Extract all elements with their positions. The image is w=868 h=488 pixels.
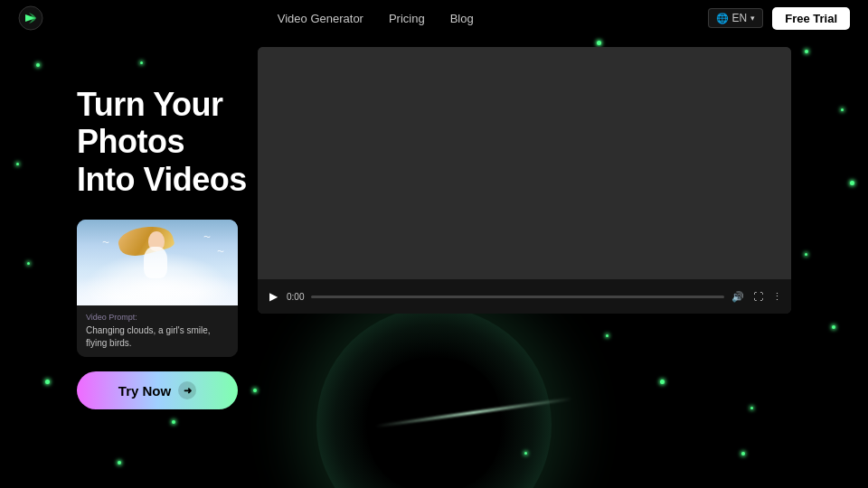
particle-dot [750,407,753,409]
glow-ring [316,307,552,488]
particle-dot [597,41,601,45]
fullscreen-icon[interactable]: ⛶ [753,291,763,302]
particle-dot [45,380,50,384]
headline-line3: Into Videos [77,161,247,198]
nav-video-generator[interactable]: Video Generator [278,12,363,25]
play-button[interactable]: ▶ [267,290,279,303]
left-panel: Turn Your Photos Into Videos 〜 〜 〜 Video… [77,86,258,409]
time-display: 0:00 [287,292,304,302]
lang-label: EN [732,12,748,24]
logo-icon [18,5,43,31]
particle-dot [16,163,19,165]
prompt-label: Video Prompt: [86,313,229,322]
particle-dot [832,325,835,329]
language-selector[interactable]: 🌐 EN ▾ [708,8,764,28]
video-content-area[interactable] [258,47,791,279]
try-now-label: Try Now [118,383,171,399]
video-player: ▶ 0:00 🔊 ⛶ ⋮ [258,47,791,314]
bird-2: 〜 [203,232,211,242]
particle-dot [606,334,609,337]
particle-dot [36,63,40,67]
free-trial-button[interactable]: Free Trial [772,7,850,30]
header: Video Generator Pricing Blog 🌐 EN ▾ Free… [0,0,868,36]
particle-dot [805,50,808,53]
controls-right: 🔊 ⛶ ⋮ [731,291,782,303]
nav-pricing[interactable]: Pricing [389,12,425,25]
particle-dot [841,108,844,111]
try-now-arrow-icon: ➜ [178,381,196,399]
progress-bar[interactable] [311,296,724,298]
logo [18,5,43,31]
try-now-button[interactable]: Try Now ➜ [77,371,238,409]
girl-figure [135,227,180,290]
particle-dot [27,262,30,265]
bird-1: 〜 [102,238,109,248]
nav: Video Generator Pricing Blog [278,12,474,25]
flag-icon: 🌐 [716,13,729,24]
hero-headline: Turn Your Photos Into Videos [77,86,258,198]
video-controls: ▶ 0:00 🔊 ⛶ ⋮ [258,279,791,314]
prompt-area: Video Prompt: Changing clouds, a girl's … [77,305,238,357]
prompt-text: Changing clouds, a girl's smile, flying … [86,324,229,350]
volume-icon[interactable]: 🔊 [731,291,744,303]
particle-dot [172,420,175,424]
particle-dot [118,461,121,465]
preview-image: 〜 〜 〜 [77,220,238,305]
headline-line1: Turn Your [77,86,223,123]
particle-dot [660,380,665,384]
particle-dot [140,61,143,64]
more-options-icon[interactable]: ⋮ [772,291,782,303]
nav-blog[interactable]: Blog [450,12,474,25]
bird-3: 〜 [217,247,224,257]
header-right: 🌐 EN ▾ Free Trial [708,7,850,30]
particle-dot [805,253,807,256]
chevron-down-icon: ▾ [750,14,755,23]
girl-body [144,247,167,278]
preview-card: 〜 〜 〜 Video Prompt: Changing clouds, a g… [77,220,238,357]
particle-dot [850,181,854,185]
particle-dot [741,452,745,455]
headline-line2: Photos [77,123,184,160]
